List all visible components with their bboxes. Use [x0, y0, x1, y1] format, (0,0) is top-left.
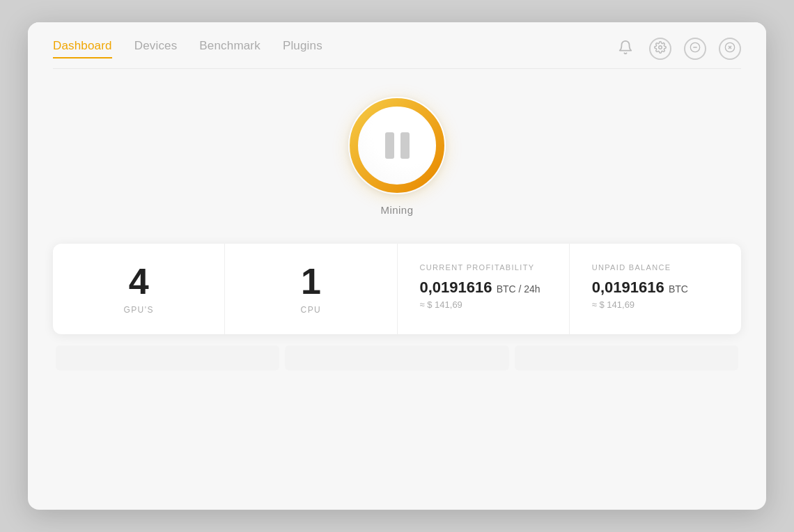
- profitability-card: CURRENT PROFITABILITY 0,0191616 BTC / 24…: [398, 244, 570, 334]
- nav-item-devices[interactable]: Devices: [134, 39, 178, 58]
- gpu-count-value: 4: [129, 263, 149, 299]
- profitability-section-label: CURRENT PROFITABILITY: [420, 263, 535, 272]
- mining-button-section: Mining: [348, 97, 446, 216]
- minimize-button[interactable]: [684, 38, 706, 60]
- profitability-usd-value: ≈ $ 141,69: [420, 299, 462, 310]
- notification-button[interactable]: [614, 38, 637, 60]
- close-button[interactable]: [719, 38, 741, 60]
- balance-btc-value: 0,0191616 BTC: [592, 279, 688, 297]
- balance-usd-value: ≈ $ 141,69: [592, 299, 635, 310]
- gpu-stat-card: 4 GPU'S: [53, 244, 225, 334]
- nav-item-plugins[interactable]: Plugins: [283, 39, 322, 58]
- svg-point-0: [659, 46, 662, 49]
- cpu-count-value: 1: [301, 263, 321, 299]
- pause-icon: [385, 132, 410, 159]
- gpu-label: GPU'S: [123, 305, 154, 315]
- bottom-partial-row: [53, 345, 741, 370]
- settings-button[interactable]: [649, 38, 671, 60]
- mining-status-label: Mining: [381, 204, 414, 216]
- profitability-unit: BTC / 24h: [497, 283, 540, 295]
- profitability-btc-value: 0,0191616 BTC / 24h: [420, 279, 540, 297]
- top-bar: Dashboard Devices Benchmark Plugins: [28, 22, 766, 60]
- minimize-icon: [690, 42, 701, 56]
- main-content: Mining 4 GPU'S 1 CPU CURRENT PROFITABILI…: [28, 69, 766, 510]
- bottom-card-3: [515, 345, 738, 370]
- main-nav: Dashboard Devices Benchmark Plugins: [53, 39, 322, 58]
- window-actions: [614, 38, 741, 60]
- balance-section-label: UNPAID BALANCE: [592, 263, 671, 272]
- app-window: Dashboard Devices Benchmark Plugins: [28, 22, 766, 510]
- stats-row: 4 GPU'S 1 CPU CURRENT PROFITABILITY 0,01…: [53, 244, 741, 334]
- bottom-card-1: [56, 345, 279, 370]
- bell-icon: [618, 40, 633, 58]
- cpu-stat-card: 1 CPU: [225, 244, 397, 334]
- balance-unit: BTC: [669, 283, 688, 295]
- nav-item-benchmark[interactable]: Benchmark: [199, 39, 260, 58]
- bottom-card-2: [285, 345, 508, 370]
- gear-icon: [654, 41, 667, 56]
- close-icon: [724, 42, 735, 56]
- nav-item-dashboard[interactable]: Dashboard: [53, 39, 112, 58]
- cpu-label: CPU: [301, 305, 322, 315]
- mining-toggle-button[interactable]: [348, 97, 446, 194]
- balance-card: UNPAID BALANCE 0,0191616 BTC ≈ $ 141,69: [570, 244, 741, 334]
